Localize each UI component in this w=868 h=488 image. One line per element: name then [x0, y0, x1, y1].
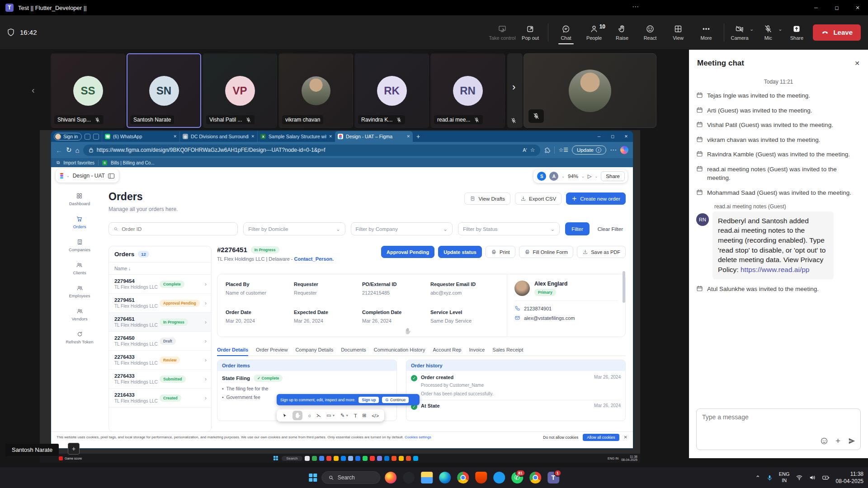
spotlight-tile[interactable]	[524, 53, 656, 128]
order-row-2276451[interactable]: 2276451TL Flex Holdings LLC In Progress …	[109, 313, 211, 332]
filter-status-select[interactable]: Filter by Status⌄	[458, 222, 560, 235]
browser-tab-3[interactable]: XSample Salary Structure with calc✕	[257, 131, 335, 142]
view-button[interactable]: View	[664, 22, 692, 43]
comment-tool-icon[interactable]: ○	[308, 413, 311, 418]
present-icon[interactable]: ▷	[588, 173, 592, 179]
attach-plus-icon[interactable]: +	[835, 436, 840, 446]
browser-update-button[interactable]: Update !	[572, 145, 606, 155]
read-aloud-icon[interactable]: Aʹ	[523, 147, 527, 153]
resources-tool-icon[interactable]: ⊞	[362, 413, 366, 418]
refresh-icon[interactable]: ↻	[66, 146, 72, 154]
bills-bookmark-link[interactable]: Bills | Billing and Co...	[111, 160, 155, 165]
widgets-button[interactable]: Game score	[59, 456, 82, 460]
participant-tile-2[interactable]: SN Santosh Narate	[127, 53, 201, 128]
detail-tab-company-details[interactable]: Company Details	[295, 347, 333, 352]
dev-mode-icon[interactable]: </>	[372, 413, 379, 418]
import-favorites-link[interactable]: Import favorites	[63, 160, 94, 165]
contact-phone-row[interactable]: 2123874901	[514, 305, 618, 311]
page-scrollbar[interactable]	[623, 271, 625, 303]
taskbar-icon-brave[interactable]	[475, 472, 487, 483]
approval-pending-button[interactable]: Approval Pending	[381, 246, 434, 258]
close-button[interactable]: ✕	[847, 0, 868, 15]
fill-online-form-button[interactable]: Fill Online Form	[519, 246, 574, 258]
participant-tile-5[interactable]: RK Ravindra K...	[354, 53, 429, 128]
filmstrip-prev-icon[interactable]: ‹	[32, 85, 35, 95]
taskbar-icon-teams[interactable]: 1	[547, 472, 559, 483]
taskbar-clock[interactable]: 11:3808-04-2025	[836, 470, 863, 485]
present-chevron-icon[interactable]: ⌄	[595, 174, 598, 178]
taskbar-icon-chrome[interactable]	[457, 472, 469, 483]
sidebar-item-vendors[interactable]: Vendors	[72, 308, 88, 321]
battery-icon[interactable]	[822, 474, 830, 481]
taskbar-search[interactable]: Search	[321, 471, 380, 484]
react-button[interactable]: React	[636, 22, 664, 43]
detail-tab-account-rep[interactable]: Account Rep	[433, 347, 462, 352]
more-button[interactable]: More	[692, 22, 720, 43]
tab-close-icon[interactable]: ✕	[407, 134, 410, 139]
export-csv-button[interactable]: Export CSV	[515, 192, 561, 205]
frame-tool-icon[interactable]: ⋋	[316, 413, 321, 418]
favorite-star-icon[interactable]: ☆	[530, 147, 535, 153]
camera-button[interactable]: Camera	[728, 22, 751, 43]
hand-tool-icon[interactable]: ✋	[292, 411, 302, 420]
contact-person-link[interactable]: Contact_Person.	[294, 256, 334, 262]
new-tab-button[interactable]: +	[416, 133, 420, 140]
order-row-2216433[interactable]: 2216433TL Flex Holdings LLC Created ›	[109, 389, 211, 408]
chat-input-box[interactable]: +	[696, 408, 861, 450]
print-button[interactable]: Print	[486, 246, 515, 258]
mic-chevron-icon[interactable]: ⌄	[778, 26, 782, 32]
layout-panel-icon[interactable]	[108, 174, 114, 178]
order-id-search[interactable]	[108, 222, 238, 235]
figma-share-button[interactable]: Share	[601, 171, 625, 181]
cookie-close-icon[interactable]: ✕	[624, 435, 627, 440]
google-continue-button[interactable]: GContinue	[382, 397, 409, 403]
participant-tile-4[interactable]: vikram chavan	[278, 53, 353, 128]
participant-tile-6[interactable]: RN read.ai mee...	[430, 53, 505, 128]
tab-close-icon[interactable]: ✕	[251, 134, 255, 139]
chat-close-icon[interactable]: ✕	[854, 60, 860, 67]
back-icon[interactable]: ←	[56, 146, 62, 154]
browser-close-button[interactable]: ✕	[619, 134, 633, 139]
taskbar-icon-github[interactable]	[403, 472, 415, 483]
taskbar-icon-whatsapp[interactable]: 81	[511, 472, 523, 483]
sidebar-item-dashboard[interactable]: Dashboard	[69, 192, 90, 206]
figma-menu-chevron-icon[interactable]: ⌄	[66, 174, 70, 178]
browser-profile-button[interactable]: Sign in	[54, 133, 82, 141]
shape-tool-icon[interactable]: ▭▼	[326, 413, 335, 418]
chat-message-input[interactable]	[702, 413, 849, 421]
start-button[interactable]	[309, 474, 317, 482]
clear-filter-button[interactable]: Clear Filter	[595, 222, 626, 235]
favorites-list-icon[interactable]: ☆☰	[558, 147, 568, 153]
contact-email-row[interactable]: alex@vstatefilings.com	[514, 315, 618, 321]
browser-minimize-button[interactable]: ─	[592, 134, 606, 139]
sidebar-item-companies[interactable]: Companies	[69, 239, 90, 252]
taskbar-icon-twitter[interactable]	[493, 472, 505, 483]
collaborator-avatar-a[interactable]: A	[549, 172, 558, 181]
presenter-expand-chip[interactable]: +	[68, 443, 80, 455]
filter-apply-button[interactable]: Filter	[565, 222, 590, 235]
zoom-chevron-icon[interactable]: ⌄	[581, 174, 585, 178]
save-as-pdf-button[interactable]: Save as PDF	[577, 246, 626, 258]
view-drafts-button[interactable]: View Drafts	[464, 192, 510, 205]
deny-cookies-button[interactable]: Do not allow cookies	[543, 435, 578, 440]
browser-maximize-button[interactable]: ◻	[606, 134, 619, 139]
taskbar-icon-chrome-2[interactable]	[529, 472, 541, 483]
detail-tab-order-details[interactable]: Order Details	[217, 347, 248, 352]
workspaces-icon[interactable]	[93, 134, 99, 140]
browser-tab-1[interactable]: ☎(6) WhatsApp✕	[102, 131, 179, 142]
minimize-button[interactable]: ─	[806, 0, 826, 15]
allow-cookies-button[interactable]: Allow all cookies	[583, 434, 619, 441]
filter-domicile-select[interactable]: Filter by Domicile⌄	[243, 222, 345, 235]
order-id-input[interactable]	[122, 226, 233, 232]
participant-tile-1[interactable]: SS Shivani Sup...	[51, 53, 125, 128]
order-row-2276433[interactable]: 2276433TL Flex Holdings LLC Review ›	[109, 351, 211, 370]
language-indicator[interactable]: ENGIN	[779, 471, 790, 484]
detail-tab-sales-receipt[interactable]: Sales Receipt	[492, 347, 523, 352]
filter-company-select[interactable]: Filter by Company⌄	[351, 222, 453, 235]
address-bar[interactable]: https://www.figma.com/design/9BKQ0FOHRWa…	[83, 145, 541, 156]
filmstrip-next-icon[interactable]: ›	[512, 81, 515, 93]
collaborators-chevron-icon[interactable]: ⌄	[561, 174, 565, 178]
sidebar-item-clients[interactable]: Clients	[73, 262, 86, 275]
sidebar-item-employees[interactable]: Employees	[69, 285, 90, 298]
browser-tab-2[interactable]: ◎DC Divisions and Surroundings✕	[179, 131, 257, 142]
